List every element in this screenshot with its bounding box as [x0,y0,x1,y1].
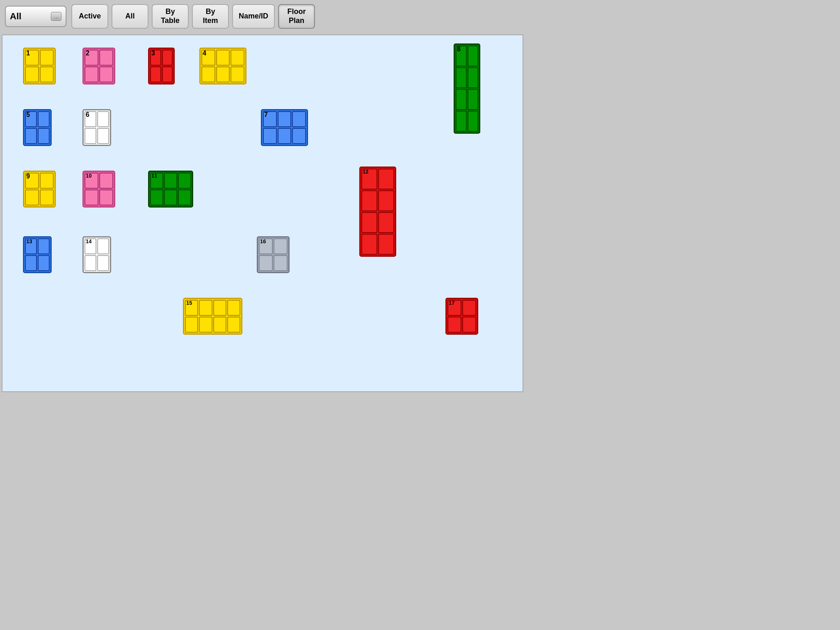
dropdown-label: All [10,11,48,22]
table-cell [97,111,109,127]
table-number-6: 6 [86,112,89,118]
table-cell [38,255,50,271]
table-cell [162,66,173,82]
table-cell [231,66,244,82]
main-content: 1234856791011121314161517 [0,33,525,394]
table-grid-1: 1 [23,48,56,84]
table-cell [150,66,161,82]
table-cell [468,89,479,110]
table-6[interactable]: 6 [82,109,111,146]
floor-plan-area: 1234856791011121314161517 [2,34,523,392]
table-cell [462,300,476,316]
table-16[interactable]: 16 [257,236,290,273]
table-cell [231,50,244,66]
table-cell [378,212,394,233]
nav-buttons: Active All ByTable ByItem Name/ID FloorP… [71,4,520,29]
table-3[interactable]: 3 [148,48,175,84]
table-4[interactable]: 4 [199,48,247,84]
table-grid-13: 13 [23,236,52,273]
table-cell [263,128,277,144]
table-13[interactable]: 13 [23,236,52,273]
table-2[interactable]: 2 [82,48,115,84]
table-cell [178,173,191,189]
table-cell [213,317,226,333]
table-cell [378,169,394,189]
table-cell [40,66,54,82]
table-12[interactable]: 12 [359,167,396,257]
table-cell [38,238,50,254]
table-number-8: 8 [457,46,461,52]
table-7[interactable]: 7 [261,109,308,146]
table-grid-10: 10 [82,171,115,208]
table-cell [164,173,177,189]
dropdown-dots-button[interactable]: ... [51,12,62,21]
table-cell [278,111,292,127]
table-grid-12: 12 [359,167,396,257]
table-1[interactable]: 1 [23,48,56,84]
table-cell [97,128,109,144]
table-cell [40,50,54,66]
table-cell [378,234,394,255]
table-grid-15: 15 [183,298,242,335]
all-dropdown[interactable]: All ... [5,6,66,27]
table-cell [292,128,306,144]
table-number-12: 12 [363,169,368,174]
table-cell [99,173,113,189]
table-cell [468,46,479,66]
table-number-15: 15 [186,300,192,306]
table-5[interactable]: 5 [23,109,52,146]
table-grid-14: 14 [82,236,111,273]
table-cell [201,66,215,82]
table-number-7: 7 [264,112,268,118]
nav-btn-name-id[interactable]: Name/ID [232,4,275,29]
table-cell [84,128,96,144]
table-cell [84,189,98,205]
table-17[interactable]: 17 [445,298,478,335]
table-14[interactable]: 14 [82,236,111,273]
nav-btn-active[interactable]: Active [71,4,108,29]
table-cell [361,234,377,255]
table-10[interactable]: 10 [82,171,115,208]
table-11[interactable]: 11 [148,171,193,208]
table-cell [447,317,461,333]
table-cell [84,255,96,271]
table-grid-2: 2 [82,48,115,84]
table-cell [199,317,212,333]
table-cell [199,300,212,316]
table-cell [462,317,476,333]
table-cell [97,238,109,254]
table-cell [97,255,109,271]
table-number-17: 17 [449,300,454,306]
table-cell [456,89,467,110]
table-cell [25,128,37,144]
nav-btn-by-table[interactable]: ByTable [152,4,189,29]
table-cell [227,317,240,333]
table-8[interactable]: 8 [454,43,480,134]
table-cell [178,189,191,205]
table-number-16: 16 [260,239,266,244]
table-cell [278,128,292,144]
table-cell [468,67,479,88]
nav-btn-floor-plan[interactable]: FloorPlan [278,4,315,29]
nav-btn-all[interactable]: All [112,4,148,29]
table-number-11: 11 [151,173,157,178]
table-15[interactable]: 15 [183,298,242,335]
table-cell [361,212,377,233]
table-cell [162,50,173,66]
table-number-5: 5 [26,112,30,118]
table-9[interactable]: 9 [23,171,56,208]
table-cell [456,111,467,132]
table-cell [216,66,230,82]
table-cell [292,111,306,127]
table-grid-4: 4 [199,48,247,84]
table-cell [378,190,394,211]
table-cell [99,189,113,205]
table-grid-16: 16 [257,236,290,273]
table-cell [274,255,288,271]
nav-btn-by-item[interactable]: ByItem [192,4,229,29]
table-cell [25,66,39,82]
table-cell [99,50,113,66]
table-cell [40,173,54,189]
table-cell [150,189,163,205]
table-number-13: 13 [26,239,32,244]
